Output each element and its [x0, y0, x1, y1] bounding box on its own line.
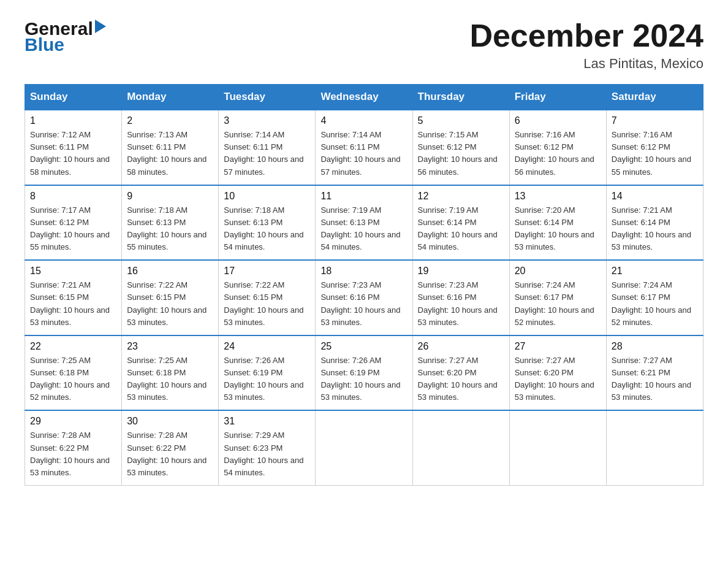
day-number: 23: [127, 341, 213, 352]
table-row: [606, 410, 703, 485]
table-row: 26 Sunrise: 7:27 AM Sunset: 6:20 PM Dayl…: [412, 335, 509, 411]
day-info: Sunrise: 7:15 AM Sunset: 6:12 PM Dayligh…: [418, 129, 504, 178]
day-info: Sunrise: 7:29 AM Sunset: 6:23 PM Dayligh…: [224, 429, 310, 479]
table-row: 4 Sunrise: 7:14 AM Sunset: 6:11 PM Dayli…: [316, 110, 412, 185]
day-number: 13: [515, 191, 601, 202]
table-row: 7 Sunrise: 7:16 AM Sunset: 6:12 PM Dayli…: [606, 110, 703, 185]
day-number: 28: [612, 341, 698, 352]
day-info: Sunrise: 7:25 AM Sunset: 6:18 PM Dayligh…: [127, 354, 213, 404]
table-row: 1 Sunrise: 7:12 AM Sunset: 6:11 PM Dayli…: [25, 110, 122, 185]
table-row: 2 Sunrise: 7:13 AM Sunset: 6:11 PM Dayli…: [122, 110, 219, 185]
month-year-title: December 2024: [469, 18, 703, 53]
day-info: Sunrise: 7:21 AM Sunset: 6:14 PM Dayligh…: [612, 204, 698, 254]
day-info: Sunrise: 7:28 AM Sunset: 6:22 PM Dayligh…: [30, 429, 116, 479]
col-saturday: Saturday: [606, 85, 703, 110]
day-info: Sunrise: 7:22 AM Sunset: 6:15 PM Dayligh…: [224, 279, 310, 329]
day-info: Sunrise: 7:21 AM Sunset: 6:15 PM Dayligh…: [30, 279, 116, 329]
table-row: 12 Sunrise: 7:19 AM Sunset: 6:14 PM Dayl…: [412, 185, 509, 261]
day-number: 20: [515, 266, 601, 277]
col-friday: Friday: [509, 85, 606, 110]
svg-marker-0: [95, 20, 106, 33]
day-info: Sunrise: 7:16 AM Sunset: 6:12 PM Dayligh…: [612, 129, 698, 178]
calendar-table: Sunday Monday Tuesday Wednesday Thursday…: [25, 84, 703, 486]
table-row: 8 Sunrise: 7:17 AM Sunset: 6:12 PM Dayli…: [25, 185, 122, 261]
day-number: 24: [224, 341, 310, 352]
day-info: Sunrise: 7:17 AM Sunset: 6:12 PM Dayligh…: [30, 204, 116, 254]
logo: General Blue: [25, 18, 106, 55]
day-info: Sunrise: 7:12 AM Sunset: 6:11 PM Dayligh…: [30, 129, 116, 178]
day-info: Sunrise: 7:16 AM Sunset: 6:12 PM Dayligh…: [515, 129, 601, 178]
day-number: 6: [515, 115, 601, 126]
table-row: 31 Sunrise: 7:29 AM Sunset: 6:23 PM Dayl…: [219, 410, 316, 485]
day-number: 1: [30, 115, 116, 126]
table-row: 11 Sunrise: 7:19 AM Sunset: 6:13 PM Dayl…: [316, 185, 412, 261]
table-row: 30 Sunrise: 7:28 AM Sunset: 6:22 PM Dayl…: [122, 410, 219, 485]
day-number: 15: [30, 266, 116, 277]
day-number: 22: [30, 341, 116, 352]
table-row: [316, 410, 412, 485]
day-info: Sunrise: 7:23 AM Sunset: 6:16 PM Dayligh…: [320, 279, 407, 329]
day-number: 14: [612, 191, 698, 202]
day-info: Sunrise: 7:25 AM Sunset: 6:18 PM Dayligh…: [30, 354, 116, 404]
day-info: Sunrise: 7:27 AM Sunset: 6:21 PM Dayligh…: [612, 354, 698, 404]
table-row: 17 Sunrise: 7:22 AM Sunset: 6:15 PM Dayl…: [219, 260, 316, 335]
logo-blue: Blue: [25, 34, 64, 55]
table-row: 14 Sunrise: 7:21 AM Sunset: 6:14 PM Dayl…: [606, 185, 703, 261]
day-info: Sunrise: 7:19 AM Sunset: 6:14 PM Dayligh…: [418, 204, 504, 254]
day-info: Sunrise: 7:19 AM Sunset: 6:13 PM Dayligh…: [320, 204, 407, 254]
table-row: 28 Sunrise: 7:27 AM Sunset: 6:21 PM Dayl…: [606, 335, 703, 411]
calendar-week-row: 22 Sunrise: 7:25 AM Sunset: 6:18 PM Dayl…: [25, 335, 703, 411]
title-block: December 2024 Las Pintitas, Mexico: [469, 18, 703, 72]
table-row: 18 Sunrise: 7:23 AM Sunset: 6:16 PM Dayl…: [316, 260, 412, 335]
table-row: 23 Sunrise: 7:25 AM Sunset: 6:18 PM Dayl…: [122, 335, 219, 411]
location-subtitle: Las Pintitas, Mexico: [469, 56, 703, 72]
day-number: 31: [224, 416, 310, 427]
day-number: 17: [224, 266, 310, 277]
day-info: Sunrise: 7:26 AM Sunset: 6:19 PM Dayligh…: [320, 354, 407, 404]
day-number: 18: [320, 266, 407, 277]
day-number: 9: [127, 191, 213, 202]
day-number: 16: [127, 266, 213, 277]
table-row: 20 Sunrise: 7:24 AM Sunset: 6:17 PM Dayl…: [509, 260, 606, 335]
day-number: 2: [127, 115, 213, 126]
day-number: 12: [418, 191, 504, 202]
table-row: 27 Sunrise: 7:27 AM Sunset: 6:20 PM Dayl…: [509, 335, 606, 411]
day-info: Sunrise: 7:24 AM Sunset: 6:17 PM Dayligh…: [515, 279, 601, 329]
table-row: 3 Sunrise: 7:14 AM Sunset: 6:11 PM Dayli…: [219, 110, 316, 185]
day-info: Sunrise: 7:26 AM Sunset: 6:19 PM Dayligh…: [224, 354, 310, 404]
day-number: 4: [320, 115, 407, 126]
calendar-week-row: 15 Sunrise: 7:21 AM Sunset: 6:15 PM Dayl…: [25, 260, 703, 335]
day-info: Sunrise: 7:28 AM Sunset: 6:22 PM Dayligh…: [127, 429, 213, 479]
table-row: 13 Sunrise: 7:20 AM Sunset: 6:14 PM Dayl…: [509, 185, 606, 261]
day-number: 10: [224, 191, 310, 202]
day-number: 3: [224, 115, 310, 126]
day-info: Sunrise: 7:24 AM Sunset: 6:17 PM Dayligh…: [612, 279, 698, 329]
col-thursday: Thursday: [412, 85, 509, 110]
day-number: 8: [30, 191, 116, 202]
day-info: Sunrise: 7:20 AM Sunset: 6:14 PM Dayligh…: [515, 204, 601, 254]
col-wednesday: Wednesday: [316, 85, 412, 110]
day-number: 7: [612, 115, 698, 126]
col-tuesday: Tuesday: [219, 85, 316, 110]
col-monday: Monday: [122, 85, 219, 110]
table-row: 9 Sunrise: 7:18 AM Sunset: 6:13 PM Dayli…: [122, 185, 219, 261]
table-row: 21 Sunrise: 7:24 AM Sunset: 6:17 PM Dayl…: [606, 260, 703, 335]
day-info: Sunrise: 7:14 AM Sunset: 6:11 PM Dayligh…: [224, 129, 310, 178]
day-number: 27: [515, 341, 601, 352]
table-row: 24 Sunrise: 7:26 AM Sunset: 6:19 PM Dayl…: [219, 335, 316, 411]
table-row: 19 Sunrise: 7:23 AM Sunset: 6:16 PM Dayl…: [412, 260, 509, 335]
table-row: 22 Sunrise: 7:25 AM Sunset: 6:18 PM Dayl…: [25, 335, 122, 411]
day-number: 29: [30, 416, 116, 427]
table-row: 6 Sunrise: 7:16 AM Sunset: 6:12 PM Dayli…: [509, 110, 606, 185]
day-info: Sunrise: 7:13 AM Sunset: 6:11 PM Dayligh…: [127, 129, 213, 178]
logo-triangle-icon: [95, 20, 106, 33]
table-row: 15 Sunrise: 7:21 AM Sunset: 6:15 PM Dayl…: [25, 260, 122, 335]
table-row: 25 Sunrise: 7:26 AM Sunset: 6:19 PM Dayl…: [316, 335, 412, 411]
table-row: 16 Sunrise: 7:22 AM Sunset: 6:15 PM Dayl…: [122, 260, 219, 335]
calendar-week-row: 1 Sunrise: 7:12 AM Sunset: 6:11 PM Dayli…: [25, 110, 703, 185]
calendar-week-row: 29 Sunrise: 7:28 AM Sunset: 6:22 PM Dayl…: [25, 410, 703, 485]
table-row: 10 Sunrise: 7:18 AM Sunset: 6:13 PM Dayl…: [219, 185, 316, 261]
day-number: 5: [418, 115, 504, 126]
calendar-week-row: 8 Sunrise: 7:17 AM Sunset: 6:12 PM Dayli…: [25, 185, 703, 261]
day-number: 26: [418, 341, 504, 352]
